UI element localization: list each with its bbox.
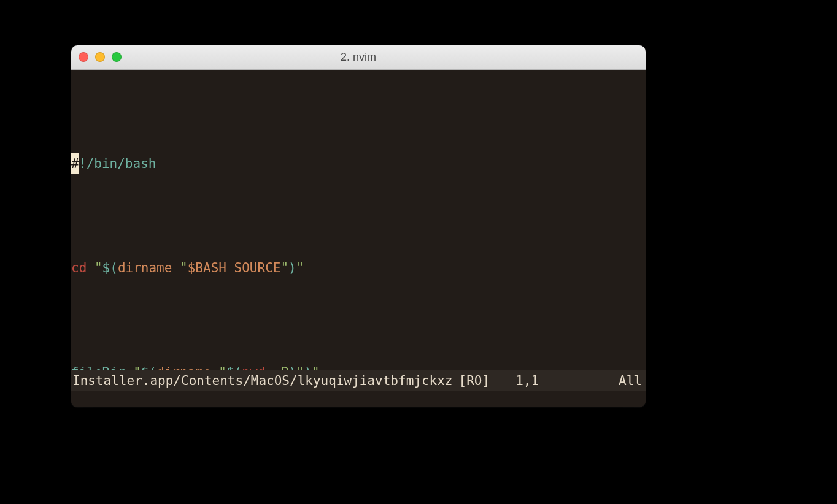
kw-cd: cd bbox=[71, 261, 87, 275]
window-titlebar[interactable]: 2. nvim bbox=[71, 45, 646, 70]
subsh-open: $( bbox=[102, 261, 118, 275]
sp bbox=[172, 261, 180, 275]
status-gap bbox=[490, 370, 515, 391]
code-line: cd "$(dirname "$BASH_SOURCE")" bbox=[71, 258, 646, 278]
close-icon[interactable] bbox=[79, 52, 88, 62]
status-position: 1,1 bbox=[515, 370, 619, 391]
shebang-bang: ! bbox=[79, 156, 87, 171]
status-percent: All bbox=[619, 370, 646, 391]
subsh-close: ) bbox=[288, 261, 296, 275]
zoom-icon[interactable] bbox=[112, 52, 122, 62]
terminal-window: 2. nvim #!/bin/bash cd "$(dirname "$BASH… bbox=[71, 45, 646, 407]
shebang-path: /bin/bash bbox=[87, 156, 156, 171]
command-line-area[interactable] bbox=[71, 391, 646, 407]
minimize-icon[interactable] bbox=[95, 52, 105, 62]
code-line: #!/bin/bash bbox=[71, 153, 646, 174]
vim-statusline: Installer.app/Contents/MacOS/lkyuqiwjiav… bbox=[71, 370, 646, 391]
q: " bbox=[296, 261, 304, 275]
cursor-block: # bbox=[71, 153, 79, 174]
traffic-lights bbox=[79, 52, 122, 62]
cmd-dirname: dirname bbox=[118, 261, 172, 275]
status-flags: [RO] bbox=[453, 370, 490, 391]
q: " bbox=[280, 261, 288, 275]
str: " bbox=[87, 261, 102, 275]
status-filename: Installer.app/Contents/MacOS/lkyuqiwjiav… bbox=[71, 370, 453, 391]
var-bash-source: $BASH_SOURCE bbox=[188, 261, 281, 275]
editor-viewport[interactable]: #!/bin/bash cd "$(dirname "$BASH_SOURCE"… bbox=[71, 70, 646, 407]
q: " bbox=[180, 261, 188, 275]
window-title: 2. nvim bbox=[71, 51, 646, 64]
